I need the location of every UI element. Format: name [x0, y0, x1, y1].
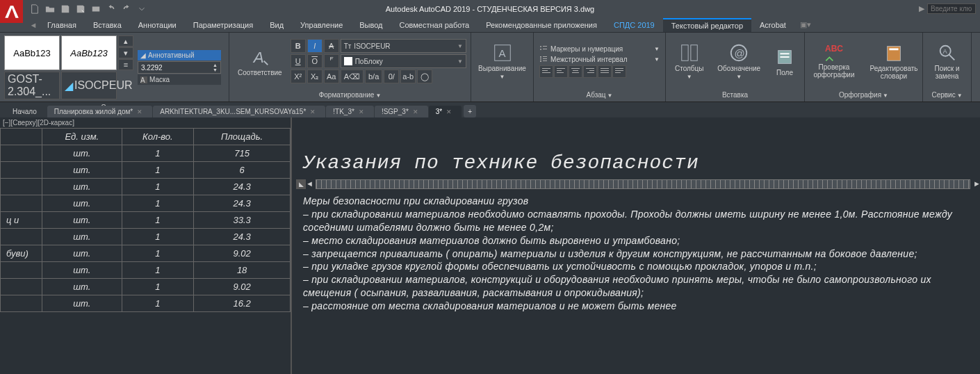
- document-tab[interactable]: !TK_3*✕: [326, 106, 374, 117]
- italic-button[interactable]: I: [307, 39, 322, 53]
- document-line[interactable]: Меры безопасности при складировании груз…: [303, 195, 973, 208]
- ruler-left-arrow-icon[interactable]: ◄: [306, 179, 313, 189]
- redo-icon[interactable]: [120, 2, 133, 16]
- ruler-track[interactable]: [316, 179, 970, 189]
- tab-parametric[interactable]: Параметризация: [185, 19, 261, 31]
- tab-view[interactable]: Вид: [261, 19, 292, 31]
- document-line[interactable]: – расстояние от места складирования мате…: [303, 300, 973, 313]
- scroll-left-icon[interactable]: ◄: [28, 21, 39, 29]
- close-tab-icon[interactable]: ✕: [446, 108, 452, 115]
- tracking-button[interactable]: a-b: [400, 70, 416, 83]
- color-combo[interactable]: ПоБлоку▼: [341, 54, 466, 68]
- drawing-viewport-left[interactable]: [−][Сверху][2D-каркас] Ед. изм. Кол-во. …: [0, 117, 291, 374]
- ruler-corner-icon[interactable]: ◣: [296, 179, 306, 189]
- tab-insert[interactable]: Вставка: [85, 19, 130, 31]
- font-char-button[interactable]: ꟳ: [324, 54, 339, 68]
- tab-annotations[interactable]: Аннотации: [130, 19, 185, 31]
- style-scroll-down-icon[interactable]: ▾: [118, 47, 133, 58]
- dictionaries-button[interactable]: Редактировать словари: [863, 41, 924, 81]
- overline-button[interactable]: O: [307, 54, 322, 68]
- align-justify-button[interactable]: [598, 65, 612, 78]
- undo-icon[interactable]: [104, 2, 118, 16]
- saveas-icon[interactable]: [74, 2, 88, 16]
- close-tab-icon[interactable]: ✕: [310, 108, 316, 115]
- width-factor-button[interactable]: ◯: [417, 70, 432, 83]
- oblique-button[interactable]: 0/: [384, 70, 399, 83]
- pane-separator[interactable]: [291, 117, 292, 374]
- plot-icon[interactable]: [89, 2, 103, 16]
- clear-format-button[interactable]: A⌫: [341, 70, 364, 83]
- mask-toggle[interactable]: AМаска: [138, 74, 221, 85]
- qat-dropdown-icon[interactable]: [135, 2, 149, 16]
- app-logo[interactable]: [0, 0, 23, 23]
- viewport-controls[interactable]: [−][Сверху][2D-каркас]: [0, 117, 291, 128]
- open-icon[interactable]: [43, 2, 57, 16]
- justify-button[interactable]: A Выравнивание ▼: [474, 41, 530, 81]
- save-icon[interactable]: [58, 2, 72, 16]
- match-button[interactable]: A Соответствие: [234, 45, 286, 78]
- line-spacing-button[interactable]: Межстрочный интервал▼: [538, 54, 661, 64]
- document-tab[interactable]: ARKhITEKTURA_3KU...SEM_KURSOVAYa15*✕: [153, 106, 325, 117]
- stack-button[interactable]: b/a: [365, 70, 382, 83]
- find-replace-button[interactable]: AПоиск и замена: [926, 41, 969, 81]
- text-style-swatch-1[interactable]: AaBb123: [4, 35, 60, 70]
- subscript-button[interactable]: X₂: [307, 70, 322, 83]
- document-tab[interactable]: Планировка жилой дом*✕: [47, 106, 152, 117]
- document-tab-active[interactable]: 3*✕: [429, 106, 462, 117]
- underline-button[interactable]: U: [291, 54, 306, 68]
- text-editor-viewport[interactable]: Указания по технике безопасности ◣ ◄ ► М…: [291, 117, 980, 374]
- symbol-button[interactable]: @Обозначение▼: [713, 41, 765, 81]
- ruler-right-arrow-icon[interactable]: ►: [973, 179, 980, 189]
- superscript-button[interactable]: X²: [291, 70, 306, 83]
- spellcheck-button[interactable]: ABCПроверка орфографии: [809, 42, 859, 80]
- tab-spds[interactable]: СПДС 2019: [605, 19, 663, 31]
- tab-acrobat[interactable]: Acrobat: [751, 19, 794, 31]
- tab-text-editor[interactable]: Текстовый редактор: [663, 18, 751, 32]
- case-button[interactable]: Aa: [324, 70, 339, 83]
- style-scroll-up-icon[interactable]: ▴: [118, 35, 133, 47]
- ribbon-options-icon[interactable]: ▣▾: [800, 20, 811, 29]
- close-tab-icon[interactable]: ✕: [413, 108, 418, 115]
- style-expand-icon[interactable]: ≡: [118, 59, 133, 70]
- document-line[interactable]: – место складирования материалов должно …: [303, 234, 973, 247]
- strike-button[interactable]: A: [324, 39, 339, 53]
- close-tab-icon[interactable]: ✕: [359, 108, 364, 115]
- current-style-1[interactable]: GOST-2.304_...: [4, 72, 60, 99]
- columns-button[interactable]: Столбцы▼: [671, 41, 708, 81]
- document-line[interactable]: – при складировании материалов, конструк…: [303, 273, 973, 300]
- text-height-input[interactable]: ▲▼: [138, 61, 221, 74]
- tab-start[interactable]: Начало: [6, 106, 47, 117]
- align-default-button[interactable]: [539, 65, 553, 78]
- cell-label: [1, 229, 42, 245]
- document-line[interactable]: – запрещается приваливать ( опирать) мат…: [303, 247, 973, 261]
- document-body[interactable]: Меры безопасности при складировании груз…: [296, 195, 980, 313]
- document-line[interactable]: – при складировании материалов необходим…: [303, 208, 973, 234]
- bold-button[interactable]: B: [291, 39, 306, 53]
- new-icon[interactable]: [28, 2, 42, 16]
- close-tab-icon[interactable]: ✕: [137, 108, 142, 115]
- align-right-button[interactable]: [583, 65, 597, 78]
- text-ruler[interactable]: ◣ ◄ ►: [296, 178, 980, 190]
- tab-collaborate[interactable]: Совместная работа: [391, 19, 478, 31]
- cell-area: 24.3: [194, 229, 291, 245]
- annotative-toggle[interactable]: ◢Аннотативный: [138, 50, 221, 60]
- document-heading[interactable]: Указания по технике безопасности: [303, 152, 980, 174]
- tab-home[interactable]: Главная: [39, 19, 85, 31]
- align-distribute-button[interactable]: [612, 65, 626, 78]
- bullets-button[interactable]: Маркеры и нумерация▼: [538, 44, 661, 54]
- tab-featured[interactable]: Рекомендованные приложения: [477, 19, 605, 31]
- current-style-2[interactable]: ◢ISOCPEUR: [61, 72, 117, 99]
- svg-rect-17: [571, 68, 580, 69]
- font-combo[interactable]: TтISOCPEUR▼: [341, 39, 466, 53]
- search-arrow-icon[interactable]: ▶: [919, 4, 924, 13]
- align-left-button[interactable]: [554, 65, 568, 78]
- new-tab-button[interactable]: +: [464, 105, 476, 117]
- text-style-swatch-2[interactable]: AaBb123: [61, 35, 117, 70]
- document-tab[interactable]: !SGP_3*✕: [375, 106, 428, 117]
- help-search-input[interactable]: [927, 3, 976, 14]
- align-center-button[interactable]: [569, 65, 582, 78]
- document-line[interactable]: – при укладке грузов круглой формы обесп…: [303, 260, 973, 273]
- field-button[interactable]: Поле: [770, 45, 799, 78]
- tab-manage[interactable]: Управление: [292, 19, 351, 31]
- tab-output[interactable]: Вывод: [351, 19, 391, 31]
